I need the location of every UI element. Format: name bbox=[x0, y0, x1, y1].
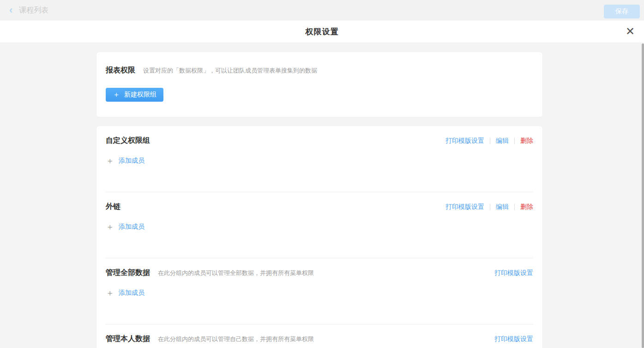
print-template-settings-link[interactable]: 打印模版设置 bbox=[445, 137, 484, 145]
add-member-label: 添加成员 bbox=[119, 223, 144, 231]
vertical-scrollbar[interactable] bbox=[642, 43, 644, 348]
permission-group-section-manage-all-data: 管理全部数据 在此分组内的成员可以管理全部数据，并拥有所有菜单权限 打印模版设置… bbox=[96, 258, 542, 324]
action-separator bbox=[490, 138, 490, 144]
group-title: 自定义权限组 bbox=[106, 136, 150, 146]
action-separator bbox=[490, 204, 490, 210]
back-chevron-icon: ‹ bbox=[9, 5, 12, 15]
report-permissions-title: 报表权限 bbox=[106, 66, 135, 75]
add-member-button[interactable]: ＋ 添加成员 bbox=[106, 289, 144, 297]
delete-link[interactable]: 删除 bbox=[520, 203, 533, 211]
group-description: 在此分组内的成员可以管理自己数据，并拥有所有菜单权限 bbox=[158, 335, 314, 343]
back-label: 课程列表 bbox=[19, 6, 48, 15]
add-member-button[interactable]: ＋ 添加成员 bbox=[106, 157, 144, 165]
add-member-button[interactable]: ＋ 添加成员 bbox=[106, 223, 144, 231]
permission-group-section-custom: 自定义权限组 打印模版设置 编辑 删除 ＋ 添加成员 bbox=[96, 126, 542, 192]
print-template-settings-link[interactable]: 打印模版设置 bbox=[494, 269, 533, 277]
close-icon[interactable]: ✕ bbox=[624, 24, 637, 39]
report-permissions-card: 报表权限 设置对应的「数据权限」，可以让团队成员管理表单搜集到的数据 ＋ 新建权… bbox=[96, 52, 542, 117]
plus-icon: ＋ bbox=[106, 157, 114, 165]
group-description: 在此分组内的成员可以管理全部数据，并拥有所有菜单权限 bbox=[158, 269, 314, 277]
action-separator bbox=[514, 204, 515, 210]
group-title: 外链 bbox=[106, 202, 120, 212]
plus-icon: ＋ bbox=[113, 91, 120, 98]
print-template-settings-link[interactable]: 打印模版设置 bbox=[494, 335, 533, 343]
modal-body: 报表权限 设置对应的「数据权限」，可以让团队成员管理表单搜集到的数据 ＋ 新建权… bbox=[0, 43, 644, 348]
modal-header: 权限设置 ✕ bbox=[0, 20, 644, 43]
app-topbar: ‹ 课程列表 保存 bbox=[0, 0, 644, 20]
edit-link[interactable]: 编辑 bbox=[496, 203, 509, 211]
modal-title: 权限设置 bbox=[306, 26, 339, 37]
group-title: 管理全部数据 bbox=[106, 268, 150, 278]
delete-link[interactable]: 删除 bbox=[520, 137, 533, 145]
permission-groups-card: 自定义权限组 打印模版设置 编辑 删除 ＋ 添加成员 外 bbox=[96, 126, 542, 348]
permission-group-section-external-link: 外链 打印模版设置 编辑 删除 ＋ 添加成员 bbox=[96, 192, 542, 258]
back-button[interactable]: ‹ 课程列表 bbox=[9, 0, 48, 20]
group-title: 管理本人数据 bbox=[106, 334, 150, 344]
print-template-settings-link[interactable]: 打印模版设置 bbox=[445, 203, 484, 211]
report-permissions-description: 设置对应的「数据权限」，可以让团队成员管理表单搜集到的数据 bbox=[143, 67, 317, 75]
plus-icon: ＋ bbox=[106, 223, 114, 231]
action-separator bbox=[514, 138, 515, 144]
add-member-label: 添加成员 bbox=[119, 157, 144, 165]
add-member-label: 添加成员 bbox=[119, 289, 144, 297]
save-button[interactable]: 保存 bbox=[604, 5, 640, 18]
plus-icon: ＋ bbox=[106, 289, 114, 297]
new-permission-group-button[interactable]: ＋ 新建权限组 bbox=[106, 88, 163, 102]
edit-link[interactable]: 编辑 bbox=[496, 137, 509, 145]
permission-group-section-manage-own-data: 管理本人数据 在此分组内的成员可以管理自己数据，并拥有所有菜单权限 打印模版设置 bbox=[96, 324, 542, 348]
new-permission-group-label: 新建权限组 bbox=[124, 91, 156, 99]
